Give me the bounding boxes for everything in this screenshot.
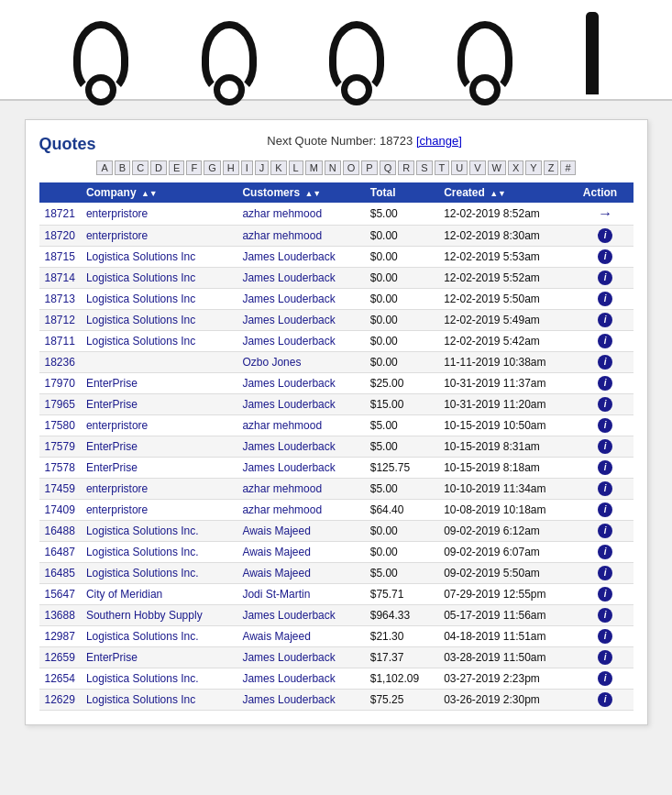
alpha-btn-w[interactable]: W	[488, 160, 506, 175]
cell-action[interactable]: i	[578, 647, 633, 668]
cell-action[interactable]: i	[578, 626, 633, 647]
action-info-icon[interactable]: i	[598, 313, 612, 327]
action-info-icon[interactable]: i	[598, 376, 612, 391]
action-info-icon[interactable]: i	[598, 566, 612, 580]
cell-id[interactable]: 18236	[39, 352, 81, 373]
alpha-btn-z[interactable]: Z	[544, 160, 559, 175]
action-info-icon[interactable]: i	[598, 524, 612, 538]
cell-id[interactable]: 15647	[39, 584, 81, 605]
action-info-icon[interactable]: i	[598, 355, 612, 370]
action-arrow-icon[interactable]: →	[598, 205, 612, 221]
cell-action[interactable]: i	[578, 479, 633, 500]
alpha-btn-q[interactable]: Q	[380, 160, 397, 175]
cell-id[interactable]: 17965	[39, 394, 81, 415]
alpha-btn-n[interactable]: N	[325, 160, 341, 175]
cell-action[interactable]: i	[578, 690, 633, 711]
alpha-btn-y[interactable]: Y	[525, 160, 541, 175]
col-company[interactable]: Company ▲▼	[81, 182, 237, 203]
cell-id[interactable]: 13688	[39, 605, 81, 626]
action-info-icon[interactable]: i	[598, 608, 612, 623]
action-info-icon[interactable]: i	[598, 439, 612, 454]
action-info-icon[interactable]: i	[598, 671, 612, 686]
cell-action[interactable]: i	[578, 289, 633, 310]
alpha-btn-b[interactable]: B	[115, 160, 130, 175]
cell-id[interactable]: 12659	[39, 647, 81, 668]
alpha-btn-i[interactable]: I	[241, 160, 253, 175]
cell-action[interactable]: i	[578, 521, 633, 542]
action-info-icon[interactable]: i	[598, 650, 612, 665]
alpha-btn-j[interactable]: J	[255, 160, 270, 175]
action-info-icon[interactable]: i	[598, 228, 612, 243]
alpha-btn-#[interactable]: #	[560, 160, 575, 175]
col-created[interactable]: Created ▲▼	[438, 182, 578, 203]
cell-action[interactable]: i	[578, 542, 633, 563]
alpha-btn-x[interactable]: X	[508, 160, 523, 175]
cell-id[interactable]: 12987	[39, 626, 81, 647]
alpha-btn-l[interactable]: L	[289, 160, 303, 175]
alpha-btn-g[interactable]: G	[204, 160, 221, 175]
alpha-btn-p[interactable]: P	[361, 160, 377, 175]
alpha-btn-v[interactable]: V	[469, 160, 485, 175]
cell-id[interactable]: 18721	[39, 203, 81, 226]
cell-id[interactable]: 18711	[39, 331, 81, 352]
cell-id[interactable]: 18714	[39, 268, 81, 289]
action-info-icon[interactable]: i	[598, 292, 612, 306]
cell-action[interactable]: i	[578, 458, 633, 479]
cell-action[interactable]: i	[578, 352, 633, 373]
cell-id[interactable]: 18713	[39, 289, 81, 310]
alpha-btn-a[interactable]: A	[96, 160, 112, 175]
action-info-icon[interactable]: i	[598, 629, 612, 644]
action-info-icon[interactable]: i	[598, 418, 612, 433]
cell-id[interactable]: 12654	[39, 668, 81, 690]
cell-action[interactable]: →	[578, 203, 633, 226]
alpha-btn-k[interactable]: K	[270, 160, 286, 175]
cell-action[interactable]: i	[578, 373, 633, 394]
cell-action[interactable]: i	[578, 247, 633, 268]
alpha-btn-r[interactable]: R	[398, 160, 414, 175]
action-info-icon[interactable]: i	[598, 587, 612, 602]
action-info-icon[interactable]: i	[598, 271, 612, 285]
action-info-icon[interactable]: i	[598, 334, 612, 348]
alpha-btn-e[interactable]: E	[169, 160, 184, 175]
cell-id[interactable]: 16485	[39, 563, 81, 584]
cell-id[interactable]: 17578	[39, 458, 81, 479]
alpha-btn-f[interactable]: F	[186, 160, 202, 175]
alpha-btn-m[interactable]: M	[305, 160, 323, 175]
cell-id[interactable]: 12629	[39, 690, 81, 711]
cell-action[interactable]: i	[578, 394, 633, 415]
cell-action[interactable]: i	[578, 605, 633, 626]
action-info-icon[interactable]: i	[598, 692, 612, 707]
cell-action[interactable]: i	[578, 310, 633, 331]
cell-action[interactable]: i	[578, 584, 633, 605]
cell-action[interactable]: i	[578, 563, 633, 584]
col-customers[interactable]: Customers ▲▼	[237, 182, 364, 203]
action-info-icon[interactable]: i	[598, 249, 612, 264]
alpha-btn-u[interactable]: U	[451, 160, 468, 175]
action-info-icon[interactable]: i	[598, 502, 612, 517]
alpha-btn-h[interactable]: H	[223, 160, 239, 175]
cell-id[interactable]: 17459	[39, 479, 81, 500]
cell-id[interactable]: 17409	[39, 500, 81, 521]
alpha-btn-o[interactable]: O	[343, 160, 360, 175]
action-info-icon[interactable]: i	[598, 481, 612, 496]
cell-id[interactable]: 17579	[39, 436, 81, 458]
cell-id[interactable]: 17970	[39, 373, 81, 394]
alpha-btn-d[interactable]: D	[150, 160, 167, 175]
cell-id[interactable]: 16487	[39, 542, 81, 563]
cell-id[interactable]: 18720	[39, 226, 81, 247]
cell-id[interactable]: 17580	[39, 415, 81, 436]
cell-action[interactable]: i	[578, 226, 633, 247]
cell-action[interactable]: i	[578, 436, 633, 458]
action-info-icon[interactable]: i	[598, 460, 612, 475]
action-info-icon[interactable]: i	[598, 545, 612, 559]
cell-id[interactable]: 18712	[39, 310, 81, 331]
alpha-btn-s[interactable]: S	[416, 160, 432, 175]
action-info-icon[interactable]: i	[598, 397, 612, 412]
cell-action[interactable]: i	[578, 500, 633, 521]
cell-action[interactable]: i	[578, 668, 633, 690]
cell-action[interactable]: i	[578, 331, 633, 352]
cell-action[interactable]: i	[578, 268, 633, 289]
cell-id[interactable]: 16488	[39, 521, 81, 542]
alpha-btn-t[interactable]: T	[435, 160, 450, 175]
alpha-btn-c[interactable]: C	[132, 160, 149, 175]
